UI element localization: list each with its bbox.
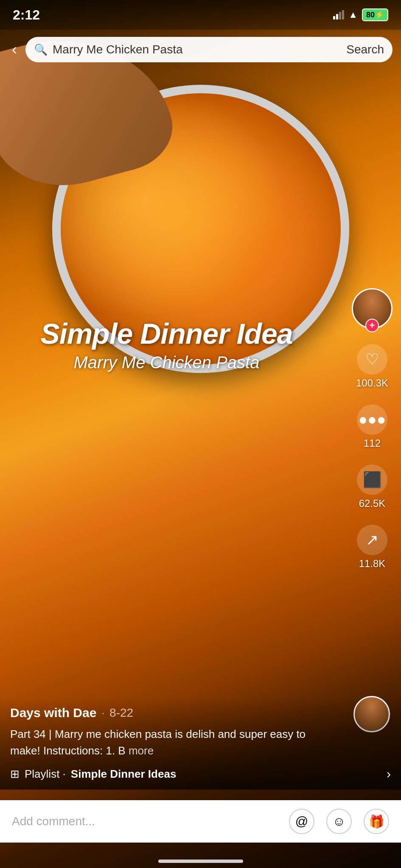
share-button[interactable]: ↗ — [357, 525, 387, 555]
search-input-container[interactable]: 🔍 Marry Me Chicken Pasta Search — [25, 37, 393, 62]
video-description: Part 34 | Marry me chicken pasta is deli… — [10, 726, 324, 759]
share-count: 11.8K — [359, 558, 386, 570]
home-indicator — [158, 860, 243, 863]
search-button[interactable]: Search — [346, 43, 384, 56]
like-count: 100.3K — [356, 377, 388, 389]
comment-actions: @ ☺ 🎁 — [289, 809, 389, 834]
wifi-icon: ▲ — [348, 9, 358, 20]
comment-button[interactable]: ●●● — [357, 404, 387, 435]
status-time: 2:12 — [13, 7, 40, 23]
more-button[interactable]: more — [129, 744, 154, 757]
comment-count: 112 — [364, 437, 381, 449]
comment-bubble-icon: ●●● — [358, 411, 386, 428]
bookmark-count: 62.5K — [359, 498, 386, 509]
emoji-button[interactable]: ☺ — [326, 809, 352, 834]
search-bar: ‹ 🔍 Marry Me Chicken Pasta Search — [8, 34, 393, 65]
share-action[interactable]: ↗ 11.8K — [357, 525, 387, 570]
like-action[interactable]: ♡ 100.3K — [356, 344, 388, 389]
separator-dot: · — [101, 707, 104, 719]
action-bar: + ♡ 100.3K ●●● 112 ⬛ 62.5K ↗ 11.8K — [352, 288, 393, 570]
signal-bar-2 — [336, 14, 338, 19]
bookmark-action[interactable]: ⬛ 62.5K — [357, 465, 387, 509]
signal-bar-3 — [339, 12, 341, 19]
playlist-label: Playlist · — [25, 768, 66, 781]
gift-button[interactable]: 🎁 — [364, 809, 389, 834]
signal-bar-1 — [333, 16, 335, 19]
playlist-icon: ⊞ — [10, 768, 20, 781]
gift-icon: 🎁 — [369, 814, 384, 829]
battery-badge: 80⚡ — [362, 8, 388, 21]
signal-bar-4 — [342, 10, 344, 19]
like-button[interactable]: ♡ — [357, 344, 387, 375]
bookmark-button[interactable]: ⬛ — [357, 465, 387, 495]
share-arrow-icon: ↗ — [366, 531, 379, 549]
video-main-title: Simple Dinner Idea — [0, 318, 333, 350]
video-text-overlay: Simple Dinner Idea Marry Me Chicken Past… — [0, 318, 333, 372]
creator-line: Days with Dae · 8-22 — [10, 706, 391, 720]
playlist-chevron-right-icon: › — [387, 767, 391, 781]
signal-icon — [333, 10, 344, 19]
mention-button[interactable]: @ — [289, 809, 314, 834]
creator-avatar-container[interactable]: + — [352, 288, 393, 329]
emoji-icon: ☺ — [333, 814, 346, 829]
playlist-row[interactable]: ⊞ Playlist · Simple Dinner Ideas › — [10, 767, 391, 781]
search-input[interactable]: Marry Me Chicken Pasta — [53, 43, 341, 56]
follow-plus-badge[interactable]: + — [365, 319, 379, 332]
creator-name[interactable]: Days with Dae — [10, 706, 96, 720]
at-icon: @ — [295, 814, 308, 829]
creator-date: 8-22 — [109, 706, 133, 720]
video-subtitle: Marry Me Chicken Pasta — [0, 353, 333, 372]
status-bar: 2:12 ▲ 80⚡ — [0, 0, 401, 30]
status-icons: ▲ 80⚡ — [333, 8, 388, 21]
heart-icon: ♡ — [365, 351, 379, 368]
playlist-left: ⊞ Playlist · Simple Dinner Ideas — [10, 768, 176, 781]
comment-action[interactable]: ●●● 112 — [357, 404, 387, 449]
comment-input[interactable]: Add comment... — [12, 815, 280, 828]
playlist-name: Simple Dinner Ideas — [71, 768, 177, 781]
search-icon: 🔍 — [34, 43, 48, 56]
bottom-info: Days with Dae · 8-22 Part 34 | Marry me … — [0, 697, 401, 790]
bookmark-icon: ⬛ — [363, 471, 382, 489]
comment-bar: Add comment... @ ☺ 🎁 — [0, 800, 401, 843]
back-button[interactable]: ‹ — [8, 41, 20, 58]
